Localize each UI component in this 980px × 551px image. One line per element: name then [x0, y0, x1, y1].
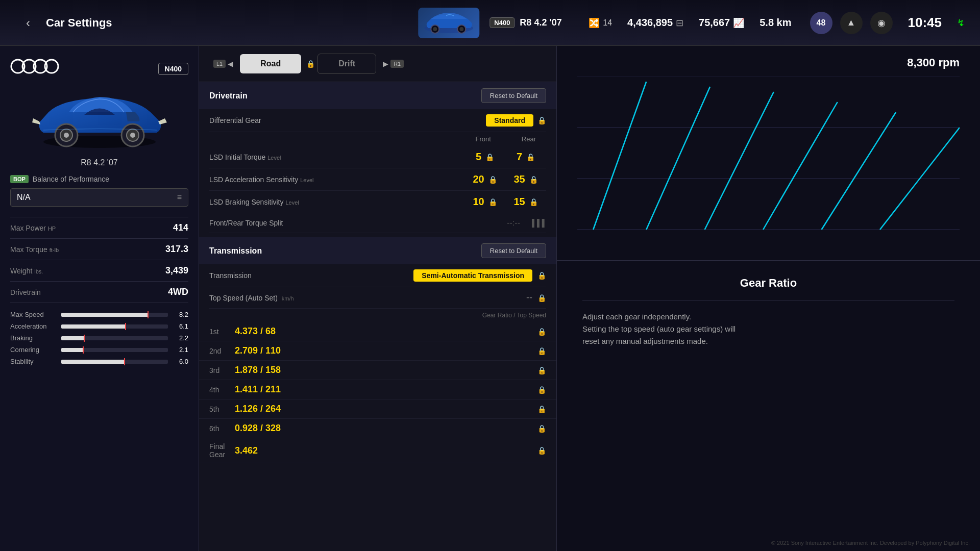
- front-label: Front: [475, 135, 491, 143]
- gear-ratio-title: Gear Ratio: [582, 277, 954, 290]
- main-content: L1 ◀ Road 🔒 Drift ▶ R1 Drivetrain Reset …: [199, 46, 556, 551]
- lsd-brake-front-box: 10 🔒: [464, 196, 505, 208]
- lsd-accel-front-box: 20 🔒: [464, 173, 505, 185]
- lsd-brake-front-val: 10: [473, 196, 484, 208]
- svg-point-4: [459, 27, 463, 31]
- mileage-value: 75,667: [699, 17, 730, 29]
- torque-split-row: Front/Rear Torque Split --:-- ▐▐▐: [209, 213, 546, 233]
- profile-icon-btn[interactable]: ◉: [870, 12, 893, 34]
- drivetrain-title: Drivetrain: [209, 91, 248, 101]
- credits-icon2: ⊟: [676, 17, 683, 29]
- lsd-initial-rear-val: 7: [517, 151, 522, 163]
- gear-lock-icon: 🔒: [537, 424, 546, 433]
- lsd-accel-front-lock: 🔒: [488, 176, 497, 184]
- lsd-brake-row: LSD Braking Sensitivity Level 10 🔒 15 🔒: [209, 191, 546, 213]
- transmission-title: Transmission: [209, 246, 262, 256]
- copyright: © 2021 Sony Interactive Entertainment In…: [771, 540, 970, 546]
- svg-line-23: [763, 102, 838, 230]
- online-icon: ↯: [957, 17, 965, 29]
- next-tab-arrow[interactable]: ▶ R1: [379, 58, 408, 70]
- gear-row: 6th 0.928 / 328 🔒: [199, 419, 556, 438]
- top-speed-value-box: -- 🔒: [526, 292, 546, 303]
- car-image-container: [10, 87, 188, 153]
- lsd-accel-rear-lock: 🔒: [529, 176, 538, 184]
- perf-row: Stability 6.0: [10, 358, 188, 365]
- perf-row: Acceleration 6.1: [10, 322, 188, 330]
- road-tab[interactable]: Road: [240, 54, 301, 73]
- star-count: 14: [603, 18, 612, 28]
- tab-bar: L1 ◀ Road 🔒 Drift ▶ R1: [199, 46, 556, 82]
- gear-lock-icon: 🔒: [537, 386, 546, 394]
- rear-label: Rear: [522, 135, 536, 143]
- sidebar-stat-row: Weight lbs.3,439: [10, 260, 188, 282]
- gear-ratio-header: Gear Ratio / Top Speed: [199, 309, 556, 322]
- gear-info-line2: Setting the top speed (auto gear setting…: [582, 323, 954, 335]
- gear-row: 4th 1.411 / 211 🔒: [199, 380, 556, 399]
- stats-list: Max Power HP414Max Torque ft-lb317.3Weig…: [10, 217, 188, 303]
- gear-info-line3: reset any manual adjustments made.: [582, 335, 954, 347]
- gear-info-divider: [582, 300, 954, 300]
- transmission-reset-button[interactable]: Reset to Default: [481, 243, 546, 258]
- na-dropdown[interactable]: N/A ≡: [10, 188, 188, 207]
- drivetrain-settings: Differential Gear Standard 🔒 Front Rear …: [199, 109, 556, 233]
- distance-value: 5.8 km: [760, 17, 791, 29]
- graph-area: [577, 77, 960, 250]
- lsd-initial-row: LSD Initial Torque Level 5 🔒 7 🔒: [209, 146, 546, 168]
- top-icon-group: 48 ▲ ◉: [810, 12, 893, 34]
- drift-tab[interactable]: Drift: [317, 54, 376, 74]
- gear-row: 3rd 1.878 / 158 🔒: [199, 361, 556, 380]
- lsd-accel-row: LSD Acceleration Sensitivity Level 20 🔒 …: [209, 168, 546, 191]
- bop-section: BOP Balance of Performance: [10, 175, 188, 183]
- gear-info-section: Gear Ratio Adjust each gear independentl…: [557, 261, 980, 363]
- gear-settings: 1st 4.373 / 68 🔒 2nd 2.709 / 110 🔒 3rd 1…: [199, 322, 556, 463]
- gear-lock-icon: 🔒: [537, 347, 546, 355]
- drift-lock-icon: 🔒: [306, 60, 315, 68]
- svg-line-24: [822, 112, 896, 230]
- bop-tag: BOP: [10, 175, 29, 183]
- trophy-icon-btn[interactable]: ▲: [840, 12, 863, 34]
- lsd-accel-front-val: 20: [473, 173, 484, 185]
- perf-row: Cornering 2.1: [10, 346, 188, 354]
- torque-bar-icon: ▐▐▐: [529, 219, 545, 227]
- svg-line-22: [705, 92, 774, 230]
- lsd-initial-label: LSD Initial Torque Level: [209, 153, 464, 161]
- gear-info-line1: Adjust each gear independently.: [582, 311, 954, 323]
- top-bar: ‹ Car Settings N400 R8 4.2 '07 🔀 14: [0, 0, 980, 46]
- lsd-initial-rear-lock: 🔒: [526, 153, 535, 161]
- sidebar-stat-row: Max Torque ft-lb317.3: [10, 239, 188, 260]
- car-header-center: N400 R8 4.2 '07: [418, 8, 561, 38]
- lsd-initial-front-val: 5: [476, 151, 481, 163]
- back-button[interactable]: ‹: [15, 10, 41, 36]
- r1-badge: R1: [390, 60, 404, 68]
- performance-section: Max Speed 8.2 Acceleration 6.1 Braking 2…: [10, 311, 188, 365]
- perf-row: Braking 2.2: [10, 334, 188, 342]
- transmission-settings: Transmission Semi-Automatic Transmission…: [199, 264, 556, 309]
- distance-display: 5.8 km: [760, 17, 794, 29]
- gear-graph: 8,300 rpm: [557, 46, 980, 260]
- mileage-icon: 📈: [733, 17, 744, 29]
- top-speed-lock: 🔒: [537, 294, 546, 302]
- menu-icon: ≡: [177, 193, 182, 202]
- sidebar-stat-row: Max Power HP414: [10, 217, 188, 239]
- credits-stat: 🔀 14: [589, 17, 612, 29]
- top-speed-row: Top Speed (Auto Set) km/h -- 🔒: [209, 287, 546, 309]
- top-speed-label: Top Speed (Auto Set) km/h: [209, 294, 526, 302]
- rpm-label: 8,300 rpm: [907, 56, 960, 69]
- gear-row: 2nd 2.709 / 110 🔒: [199, 341, 556, 361]
- sidebar-stat-row: Drivetrain 4WD: [10, 282, 188, 303]
- lsd-brake-rear-box: 15 🔒: [505, 196, 546, 208]
- gear-info-text: Adjust each gear independently. Setting …: [582, 311, 954, 347]
- gear-lock-icon: 🔒: [537, 328, 546, 336]
- lsd-brake-rear-val: 15: [513, 196, 525, 208]
- lsd-initial-front-lock: 🔒: [485, 153, 494, 161]
- lsd-initial-front-box: 5 🔒: [464, 151, 505, 163]
- drivetrain-reset-button[interactable]: Reset to Default: [481, 88, 546, 103]
- level-badge: 48: [810, 12, 832, 34]
- diff-lock-icon: 🔒: [537, 116, 546, 124]
- svg-line-20: [593, 82, 646, 230]
- diff-gear-label: Differential Gear: [209, 116, 486, 124]
- semi-auto-badge: Semi-Automatic Transmission: [413, 269, 532, 282]
- drivetrain-section-header: Drivetrain Reset to Default: [199, 82, 556, 109]
- prev-tab-arrow[interactable]: L1 ◀: [209, 58, 237, 70]
- top-speed-unit: km/h: [282, 295, 294, 302]
